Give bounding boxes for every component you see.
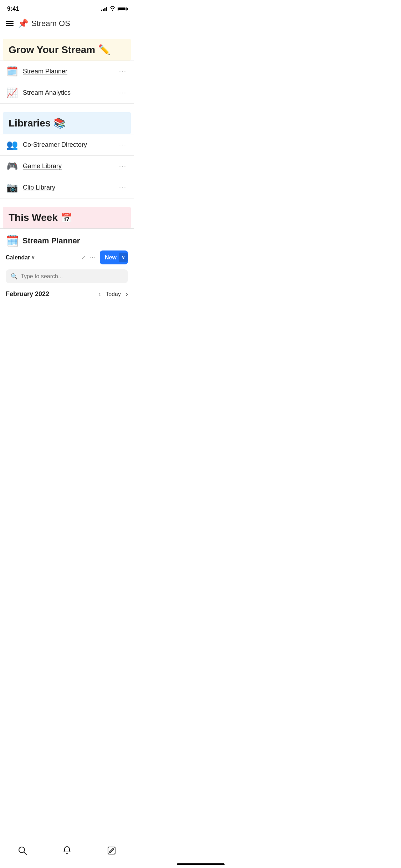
stream-analytics-item[interactable]: 📈 Stream Analytics ··· (0, 82, 134, 104)
this-week-section-title: This Week 📅 (9, 212, 125, 223)
wifi-icon (109, 6, 115, 12)
co-streamer-icon: 👥 (6, 139, 19, 150)
libraries-section-header: Libraries 📚 (3, 112, 131, 134)
calendar-label: Calendar (6, 254, 30, 261)
stream-planner-more-icon[interactable]: ··· (118, 66, 128, 77)
planner-section: 🗓️ Stream Planner Calendar ∨ ⤢ ··· New ∨… (0, 229, 134, 304)
clip-library-more-icon[interactable]: ··· (118, 182, 128, 193)
game-library-icon: 🎮 (6, 161, 19, 172)
pin-icon: 📌 (18, 19, 29, 29)
app-title-wrap: 📌 Stream OS (18, 19, 70, 29)
toolbar-more-icon[interactable]: ··· (89, 254, 96, 261)
planner-header-title: Stream Planner (22, 236, 80, 246)
game-library-more-icon[interactable]: ··· (118, 161, 128, 171)
clip-library-item[interactable]: 📷 Clip Library ··· (0, 177, 134, 198)
clip-library-icon: 📷 (6, 182, 19, 193)
new-button-label: New (105, 254, 119, 261)
new-button[interactable]: New ∨ (100, 250, 128, 264)
new-button-chevron-icon[interactable]: ∨ (119, 253, 128, 262)
calendar-emoji-icon: 📅 (61, 212, 72, 223)
nav-bar: 📌 Stream OS (0, 16, 134, 33)
pencil-icon: ✏️ (98, 44, 110, 56)
calendar-next-button[interactable]: › (126, 290, 128, 298)
calendar-month-label: February 2022 (6, 290, 49, 298)
chevron-down-icon: ∨ (31, 255, 35, 260)
planner-toolbar: Calendar ∨ ⤢ ··· New ∨ (0, 250, 134, 268)
menu-button[interactable] (6, 21, 14, 26)
expand-icon[interactable]: ⤢ (81, 254, 86, 261)
status-bar: 9:41 (0, 0, 134, 16)
stream-analytics-label: Stream Analytics (23, 89, 71, 97)
stream-planner-icon: 🗓️ (6, 66, 19, 77)
search-icon: 🔍 (11, 273, 18, 280)
stream-analytics-icon: 📈 (6, 87, 19, 98)
search-bar[interactable]: 🔍 (6, 269, 128, 283)
co-streamer-more-icon[interactable]: ··· (118, 140, 128, 150)
co-streamer-label: Co-Streamer Directory (23, 141, 87, 149)
search-input[interactable] (21, 273, 123, 280)
books-icon: 📚 (53, 117, 66, 129)
status-time: 9:41 (7, 5, 19, 12)
co-streamer-item[interactable]: 👥 Co-Streamer Directory ··· (0, 134, 134, 156)
nav-divider (0, 33, 134, 33)
stream-planner-item[interactable]: 🗓️ Stream Planner ··· (0, 61, 134, 82)
calendar-prev-button[interactable]: ‹ (98, 290, 101, 298)
battery-icon (118, 7, 127, 11)
planner-header-icon: 🗓️ (6, 234, 19, 247)
stream-planner-label: Stream Planner (23, 68, 67, 75)
grow-section-header: Grow Your Stream ✏️ (3, 39, 131, 61)
this-week-section-header: This Week 📅 (3, 207, 131, 228)
signal-icon (101, 7, 107, 11)
status-icons (101, 6, 127, 12)
calendar-nav: February 2022 ‹ Today › (0, 288, 134, 304)
libraries-list: 👥 Co-Streamer Directory ··· 🎮 Game Libra… (0, 134, 134, 198)
clip-library-label: Clip Library (23, 184, 55, 191)
planner-header: 🗓️ Stream Planner (0, 229, 134, 250)
calendar-today-button[interactable]: Today (106, 291, 121, 298)
libraries-section-title: Libraries 📚 (9, 117, 125, 129)
calendar-dropdown[interactable]: Calendar ∨ (6, 254, 35, 261)
game-library-item[interactable]: 🎮 Game Library ··· (0, 156, 134, 177)
game-library-label: Game Library (23, 162, 62, 170)
grow-list: 🗓️ Stream Planner ··· 📈 Stream Analytics… (0, 61, 134, 104)
stream-analytics-more-icon[interactable]: ··· (118, 88, 128, 98)
grow-section-title: Grow Your Stream ✏️ (9, 44, 125, 56)
app-title: Stream OS (31, 19, 70, 28)
